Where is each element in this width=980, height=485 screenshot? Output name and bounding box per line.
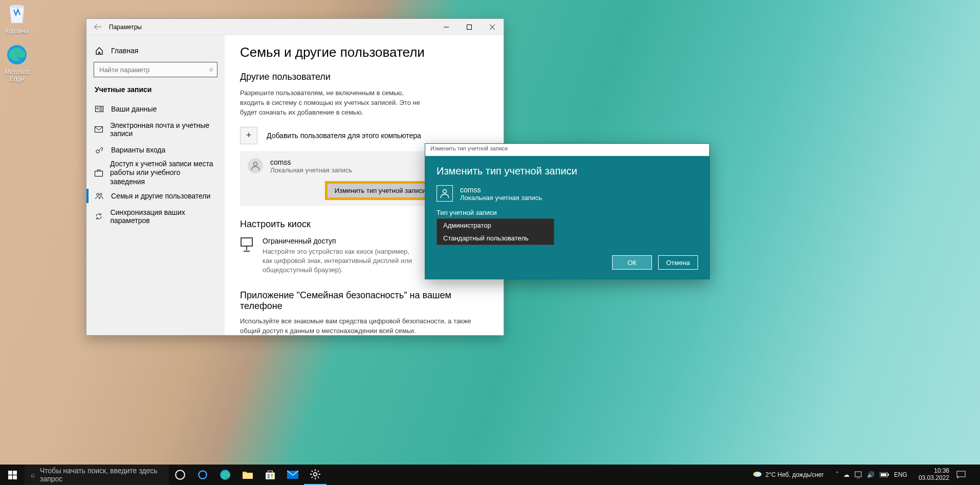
svg-rect-32: [881, 473, 886, 476]
taskbar-search-placeholder: Чтобы начать поиск, введите здесь запрос: [40, 467, 163, 483]
svg-rect-30: [855, 472, 861, 477]
svg-rect-33: [888, 474, 889, 476]
taskbar-clock[interactable]: 10:36 03.03.2022: [914, 468, 953, 482]
desktop-icon-label: Microsoft Edge: [0, 69, 36, 83]
network-icon[interactable]: [855, 471, 862, 478]
task-view-button[interactable]: [169, 465, 191, 485]
sidebar-home-label: Главная: [111, 47, 138, 55]
taskbar-icon-mail[interactable]: [281, 465, 304, 485]
sidebar-item-family[interactable]: Семья и другие пользователи: [86, 186, 225, 206]
ok-button[interactable]: ОК: [612, 255, 652, 270]
svg-rect-14: [13, 471, 17, 475]
avatar-icon: [437, 185, 453, 202]
dialog-user-sub: Локальная учетная запись: [460, 194, 542, 202]
add-user-label: Добавить пользователя для этого компьюте…: [267, 131, 421, 140]
avatar-icon: [248, 158, 263, 173]
minimize-button[interactable]: [434, 19, 458, 35]
close-button[interactable]: [481, 19, 504, 35]
tray-icons[interactable]: ˆ ☁ 🔊 ENG: [832, 471, 911, 478]
back-button[interactable]: 🡠: [86, 23, 109, 32]
svg-point-9: [100, 193, 102, 195]
sidebar-item-work[interactable]: Доступ к учетной записи места работы или…: [86, 160, 225, 186]
dialog-heading: Изменить тип учетной записи: [437, 165, 698, 177]
clock-time: 10:36: [919, 468, 949, 475]
svg-point-4: [97, 107, 98, 109]
change-account-type-dialog: Изменить тип учетной записи Изменить тип…: [425, 143, 710, 279]
dropdown-option-standard[interactable]: Стандартный пользователь: [437, 232, 554, 245]
svg-rect-5: [95, 127, 103, 133]
sidebar-item-email[interactable]: Электронная почта и учетные записи: [86, 119, 225, 140]
taskbar-icon-explorer[interactable]: [236, 465, 259, 485]
dropdown-option-admin[interactable]: Администратор: [437, 219, 554, 232]
section-other-users: Другие пользователи: [240, 72, 488, 82]
svg-rect-24: [268, 476, 270, 478]
add-user-row[interactable]: + Добавить пользователя для этого компью…: [240, 127, 488, 144]
plus-icon: +: [240, 127, 257, 144]
taskbar-search[interactable]: ⌕ Чтобы начать поиск, введите здесь запр…: [25, 465, 169, 485]
id-card-icon: [95, 106, 104, 112]
sidebar-item-label: Электронная почта и учетные записи: [110, 121, 216, 138]
svg-rect-15: [8, 475, 12, 479]
change-account-type-button[interactable]: Изменить тип учетной записи: [327, 183, 434, 198]
kiosk-icon: [240, 237, 253, 252]
sidebar-section-title: Учетные записи: [86, 82, 225, 99]
sidebar-item-sync[interactable]: Синхронизация ваших параметров: [86, 206, 225, 227]
svg-rect-21: [266, 473, 275, 479]
volume-icon[interactable]: 🔊: [867, 471, 875, 478]
account-type-dropdown[interactable]: Администратор Стандартный пользователь: [437, 218, 554, 245]
sidebar-item-label: Семья и другие пользователи: [111, 192, 210, 200]
mail-icon: [95, 126, 103, 133]
section-safety: Приложение "Семейная безопасность" на ва…: [240, 290, 488, 312]
svg-rect-16: [13, 475, 17, 479]
svg-rect-11: [241, 238, 252, 246]
dialog-user-name: comss: [460, 186, 542, 194]
battery-icon[interactable]: [880, 472, 889, 477]
sidebar-item-label: Доступ к учетной записи места работы или…: [110, 160, 216, 187]
svg-point-8: [97, 193, 99, 195]
chevron-up-icon[interactable]: ˆ: [836, 471, 838, 478]
desktop-icon-edge[interactable]: Microsoft Edge: [0, 43, 36, 83]
svg-rect-13: [8, 471, 12, 475]
clock-date: 03.03.2022: [919, 475, 949, 482]
svg-rect-20: [243, 473, 253, 479]
start-button[interactable]: [0, 465, 25, 485]
svg-point-27: [314, 473, 317, 476]
sidebar: Главная ⌕ Учетные записи Ваши данные Эле…: [86, 35, 225, 335]
svg-point-29: [754, 472, 757, 475]
sidebar-item-label: Синхронизация ваших параметров: [110, 208, 216, 225]
desktop-icon-recycle-bin[interactable]: Корзина: [0, 2, 36, 35]
taskbar: ⌕ Чтобы начать поиск, введите здесь запр…: [0, 465, 980, 485]
taskbar-weather[interactable]: 2°C Неб. дождь/снег: [747, 471, 829, 479]
taskbar-icon-settings[interactable]: [304, 465, 326, 485]
onedrive-icon[interactable]: ☁: [843, 471, 850, 478]
svg-point-0: [10, 5, 24, 9]
search-icon: ⌕: [209, 65, 213, 73]
svg-rect-34: [957, 471, 965, 477]
window-title: Параметры: [109, 24, 142, 31]
svg-rect-25: [271, 476, 273, 478]
cancel-button[interactable]: Отмена: [658, 255, 698, 270]
user-sub: Локальная учетная запись: [270, 166, 352, 174]
sidebar-item-signin[interactable]: Варианты входа: [86, 140, 225, 160]
weather-icon: [752, 471, 763, 479]
maximize-button[interactable]: [458, 19, 481, 35]
desktop-icon-label: Корзина: [0, 28, 36, 35]
recycle-bin-icon: [5, 2, 29, 26]
sidebar-home[interactable]: Главная: [86, 42, 225, 59]
other-users-desc: Разрешите пользователям, не включенным в…: [240, 89, 429, 118]
taskbar-icon-edge[interactable]: [214, 465, 236, 485]
svg-rect-23: [271, 474, 273, 476]
sidebar-item-your-info[interactable]: Ваши данные: [86, 99, 225, 119]
kiosk-title: Ограниченный доступ: [263, 237, 416, 245]
taskbar-icon-cortana[interactable]: [191, 465, 214, 485]
briefcase-icon: [95, 169, 103, 177]
safety-desc: Используйте все знакомые вам средства ци…: [240, 317, 488, 335]
svg-point-17: [176, 470, 185, 479]
svg-rect-2: [467, 25, 471, 29]
svg-point-10: [254, 162, 257, 166]
taskbar-icon-store[interactable]: [259, 465, 281, 485]
search-input[interactable]: [94, 62, 217, 77]
titlebar: 🡠 Параметры: [86, 19, 504, 35]
language-indicator[interactable]: ENG: [894, 471, 907, 478]
action-center-button[interactable]: [956, 471, 977, 479]
